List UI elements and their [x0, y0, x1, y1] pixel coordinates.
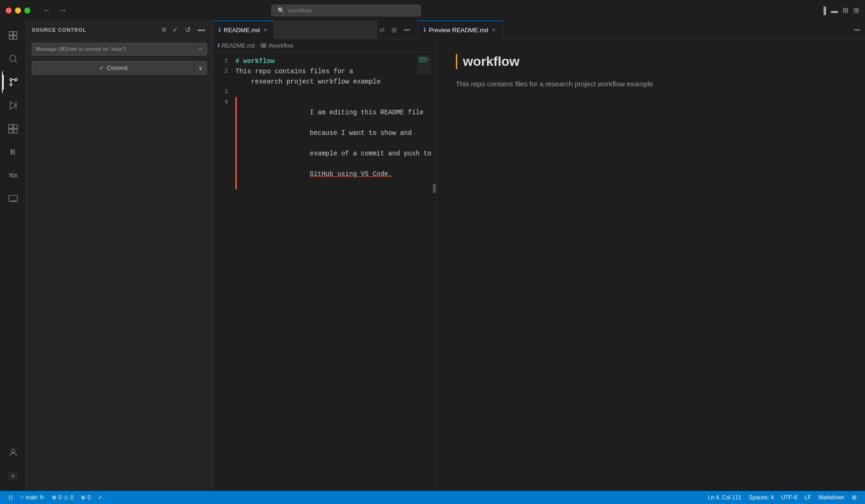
- status-layout[interactable]: ⊞: [848, 491, 860, 504]
- chevron-down-icon: ∨: [199, 65, 203, 71]
- tab-preview-close[interactable]: ×: [491, 27, 496, 33]
- tab-readme-close[interactable]: ×: [262, 27, 268, 33]
- source-control-header: SOURCE CONTROL ≡ ✓ ↺ •••: [26, 21, 213, 39]
- sc-menu-button[interactable]: ≡: [160, 25, 168, 35]
- breadcrumb-sep: ›: [256, 43, 258, 48]
- breadcrumb-file[interactable]: README.md: [221, 42, 255, 49]
- close-button[interactable]: [6, 7, 12, 14]
- svg-rect-12: [8, 129, 12, 133]
- sync-icon: ↻: [40, 494, 44, 501]
- svg-point-16: [12, 475, 14, 477]
- line-content-3: [235, 87, 437, 97]
- editor-more-button[interactable]: •••: [401, 25, 413, 35]
- tab-readme[interactable]: ℹ README.md ×: [213, 21, 274, 39]
- line-content-1: # workflow: [235, 56, 437, 66]
- status-left: ⟨⟩ ⑂ main ↻ ⊗ 0 ⚠ 0 ⊕ 0 ✓: [5, 491, 106, 504]
- line-number-2: 2: [213, 66, 235, 87]
- sidebar-toggle-button[interactable]: ▐: [821, 6, 826, 14]
- minimize-button[interactable]: [15, 7, 21, 14]
- sidebar-item-search[interactable]: [2, 48, 24, 70]
- layout-button[interactable]: ⊞: [843, 6, 849, 14]
- code-line-4: 4 I am editing this README file because …: [213, 97, 437, 189]
- preview-tab-icon: ℹ: [424, 27, 426, 33]
- breadcrumb-icon: ℹ: [218, 42, 220, 49]
- code-editor[interactable]: 1 # workflow 2 This repo contains files …: [213, 52, 437, 491]
- encoding-text: UTF-8: [781, 494, 797, 501]
- titlebar-right: ▐ ▬ ⊞ ⊞: [821, 6, 859, 14]
- sidebar-item-account[interactable]: [2, 441, 24, 464]
- sc-commit-button[interactable]: ✓ Commit: [32, 61, 194, 75]
- check-icon: ✓: [99, 64, 104, 71]
- tab-empty[interactable]: [274, 21, 377, 39]
- status-spaces[interactable]: Spaces: 4: [745, 491, 777, 504]
- tab-preview[interactable]: ℹ Preview README.md ×: [418, 21, 503, 39]
- status-check[interactable]: ✓: [94, 491, 106, 504]
- sc-message-placeholder: Message (⌘Enter to commit on "main"): [36, 46, 126, 52]
- status-remote-button[interactable]: ⟨⟩: [5, 491, 17, 504]
- code-line-3: 3: [213, 87, 437, 97]
- preview-pane: workflow This repo contains files for a …: [437, 39, 865, 491]
- status-branch[interactable]: ⑂ main ↻: [17, 491, 48, 504]
- svg-rect-2: [9, 36, 12, 39]
- source-control-actions: ≡ ✓ ↺ •••: [160, 25, 207, 35]
- tab-readme-label: README.md: [224, 27, 260, 34]
- ports-count: 0: [87, 494, 91, 501]
- status-errors[interactable]: ⊗ 0 ⚠ 0: [48, 491, 77, 504]
- code-line-2: 2 This repo contains files for a researc…: [213, 66, 437, 87]
- sc-more-button[interactable]: •••: [196, 25, 207, 35]
- titlebar: ← → 🔍 workflow ▐ ▬ ⊞ ⊞: [0, 0, 865, 21]
- branch-name: main: [26, 494, 38, 501]
- sidebar-item-source-control[interactable]: [2, 71, 24, 93]
- breadcrumb-section[interactable]: #workflow: [269, 42, 293, 49]
- sidebar-item-chat[interactable]: [2, 188, 24, 210]
- panel-toggle-button[interactable]: ▬: [831, 6, 838, 14]
- svg-marker-8: [10, 102, 16, 110]
- preview-more-button[interactable]: •••: [851, 25, 865, 35]
- sidebar-item-tex[interactable]: TEX: [2, 164, 24, 187]
- activity-bar: R TEX: [0, 21, 26, 491]
- sc-commit-dropdown-button[interactable]: ∨: [195, 61, 207, 75]
- tab-bar: ℹ README.md × ⇄ ⊞ ••• ℹ Preview README.m…: [213, 21, 865, 39]
- sidebar-item-explorer[interactable]: [2, 24, 24, 47]
- search-text: workflow: [288, 7, 312, 14]
- split-editor-button[interactable]: ⇄: [377, 25, 387, 35]
- sc-pencil-icon: ✏: [199, 46, 203, 52]
- warnings-icon: ⚠: [64, 494, 69, 501]
- status-position[interactable]: Ln 4, Col 111: [704, 491, 745, 504]
- back-button[interactable]: ←: [40, 5, 54, 16]
- titlebar-search[interactable]: 🔍 workflow: [271, 5, 421, 16]
- forward-button[interactable]: →: [56, 5, 70, 16]
- scrollbar-track[interactable]: [432, 52, 437, 491]
- main-layout: R TEX SOURCE CONTROL: [0, 21, 865, 491]
- sidebar-item-settings[interactable]: [2, 465, 24, 487]
- sidebar-item-r[interactable]: R: [2, 141, 24, 163]
- scrollbar-thumb[interactable]: [433, 184, 436, 193]
- line-ending-text: LF: [805, 494, 811, 501]
- sidebar-item-run[interactable]: [2, 94, 24, 117]
- status-ports[interactable]: ⊕ 0: [77, 491, 94, 504]
- sc-refresh-button[interactable]: ↺: [183, 25, 193, 35]
- sidebar-item-extensions[interactable]: [2, 118, 24, 140]
- status-language[interactable]: Markdown: [815, 491, 848, 504]
- maximize-button[interactable]: [24, 7, 30, 14]
- editor-layout-button[interactable]: ⊞: [389, 25, 399, 35]
- preview-paragraph: This repo contains files for a research …: [456, 78, 846, 90]
- editor-content: ℹ README.md › ⊟ #workflow 1 # workflow 2: [213, 39, 865, 491]
- remote-icon: ⟨⟩: [8, 494, 13, 501]
- line-content-4: I am editing this README file because I …: [235, 97, 437, 189]
- sc-message-input[interactable]: Message (⌘Enter to commit on "main") ✏: [32, 43, 207, 56]
- sc-check-button[interactable]: ✓: [170, 25, 180, 35]
- svg-rect-10: [8, 125, 12, 128]
- spaces-text: Spaces: 4: [749, 494, 773, 501]
- titlebar-nav: ← →: [40, 5, 70, 16]
- more-button[interactable]: ⊞: [853, 6, 859, 14]
- status-right: Ln 4, Col 111 Spaces: 4 UTF-8 LF Markdow…: [704, 491, 860, 504]
- line-number-4: 4: [213, 97, 235, 189]
- status-encoding[interactable]: UTF-8: [778, 491, 801, 504]
- code-pane: ℹ README.md › ⊟ #workflow 1 # workflow 2: [213, 39, 437, 491]
- status-line-ending[interactable]: LF: [801, 491, 815, 504]
- tab-info-icon: ℹ: [219, 27, 221, 33]
- underlined-text: GitHub using VS Code.: [310, 170, 392, 178]
- errors-icon: ⊗: [52, 494, 57, 501]
- minimap: [417, 56, 431, 75]
